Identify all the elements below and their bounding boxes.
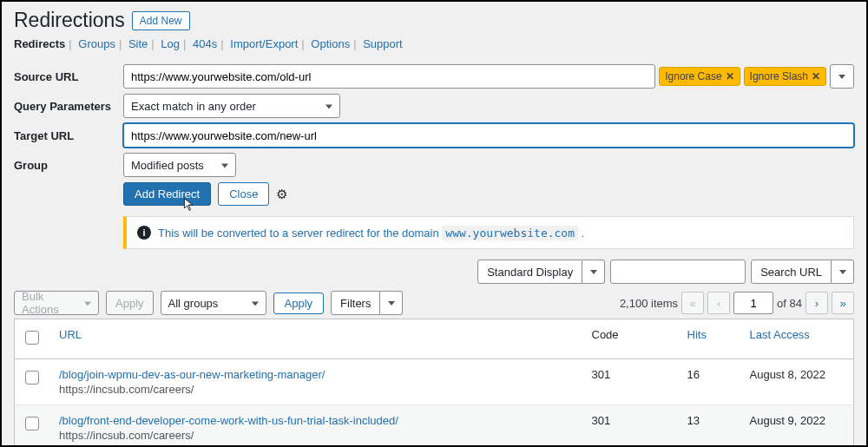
search-url-button[interactable]: Search URL: [751, 260, 832, 284]
page-first-button[interactable]: «: [681, 292, 704, 314]
row-target-url: https://incsub.com/careers/: [59, 383, 575, 396]
display-mode-chevron[interactable]: [582, 260, 605, 284]
row-last: August 9, 2022: [741, 405, 854, 448]
close-icon[interactable]: ✕: [812, 70, 820, 82]
filter-apply-button[interactable]: Apply: [273, 293, 325, 314]
source-url-input[interactable]: [123, 64, 655, 89]
source-url-label: Source URL: [14, 70, 123, 83]
col-hits[interactable]: Hits: [679, 319, 741, 359]
redirects-table: URL Code Hits Last Access /blog/join-wpm…: [14, 319, 854, 447]
flag-options-dropdown[interactable]: [830, 64, 854, 89]
col-last[interactable]: Last Access: [741, 319, 854, 359]
tab-site[interactable]: Site: [128, 37, 148, 50]
server-redirect-notice: i This will be converted to a server red…: [123, 216, 854, 249]
page-current-input[interactable]: [733, 292, 773, 314]
notice-text: This will be converted to a server redir…: [158, 227, 442, 240]
flag-ignore-case[interactable]: Ignore Case ✕: [659, 67, 740, 86]
row-source-url[interactable]: /blog/join-wpmu-dev-as-our-new-marketing…: [59, 368, 575, 381]
row-hits: 16: [679, 359, 741, 405]
tab-404s[interactable]: 404s: [193, 37, 217, 50]
add-redirect-button[interactable]: Add Redirect: [123, 182, 211, 206]
select-all-checkbox[interactable]: [25, 331, 39, 345]
row-checkbox[interactable]: [25, 417, 39, 431]
bulk-apply-button[interactable]: Apply: [106, 291, 154, 315]
query-params-select[interactable]: Exact match in any order: [123, 94, 340, 118]
select-value: All groups: [168, 297, 219, 310]
pagination: 2,100 items « ‹ of 84 › »: [620, 292, 854, 314]
row-code: 301: [583, 405, 679, 448]
tab-groups[interactable]: Groups: [78, 37, 115, 50]
target-url-label: Target URL: [14, 129, 123, 142]
page-of: of 84: [777, 297, 802, 310]
filters-button[interactable]: Filters: [331, 291, 380, 315]
notice-domain: www.yourwebsite.com: [442, 226, 578, 240]
group-filter-select[interactable]: All groups: [161, 291, 266, 315]
tab-import-export[interactable]: Import/Export: [230, 37, 298, 50]
close-button[interactable]: Close: [218, 182, 269, 206]
page-last-button[interactable]: »: [832, 292, 854, 314]
chevron-down-icon: [838, 75, 845, 79]
page-prev-button[interactable]: ‹: [707, 292, 730, 314]
col-code: Code: [583, 319, 679, 359]
filters-chevron[interactable]: [380, 291, 403, 315]
flag-label: Ignore Slash: [750, 70, 808, 82]
row-hits: 13: [679, 405, 741, 448]
chevron-down-icon: [388, 301, 395, 306]
target-url-input[interactable]: [123, 123, 854, 148]
select-value: Exact match in any order: [131, 100, 256, 113]
tab-log[interactable]: Log: [161, 37, 180, 50]
table-row: /blog/join-wpmu-dev-as-our-new-marketing…: [15, 359, 854, 405]
tab-options[interactable]: Options: [311, 37, 350, 50]
row-target-url: https://incsub.com/careers/: [59, 429, 575, 442]
add-new-button[interactable]: Add New: [132, 11, 190, 30]
group-select[interactable]: Modified posts: [123, 153, 236, 177]
chevron-down-icon: [839, 270, 846, 274]
select-value: Bulk Actions: [22, 290, 77, 316]
notice-text-after: .: [582, 227, 585, 240]
row-source-url[interactable]: /blog/front-end-developer-come-work-with…: [59, 414, 575, 427]
row-last: August 8, 2022: [741, 359, 854, 405]
col-url[interactable]: URL: [50, 319, 583, 359]
select-value: Modified posts: [131, 159, 204, 172]
chevron-down-icon: [590, 270, 597, 274]
bulk-actions-select[interactable]: Bulk Actions: [14, 291, 99, 315]
row-code: 301: [583, 359, 679, 405]
search-input[interactable]: [610, 260, 746, 284]
flag-ignore-slash[interactable]: Ignore Slash ✕: [744, 67, 826, 86]
query-params-label: Query Parameters: [14, 100, 123, 113]
close-icon[interactable]: ✕: [726, 70, 734, 82]
display-mode-select[interactable]: Standard Display: [477, 260, 582, 284]
tabs: Redirects| Groups| Site| Log| 404s| Impo…: [14, 37, 854, 50]
flag-label: Ignore Case: [665, 70, 721, 82]
page-next-button[interactable]: ›: [806, 292, 828, 314]
total-items: 2,100 items: [620, 297, 678, 310]
tab-redirects[interactable]: Redirects: [14, 37, 65, 50]
search-type-chevron[interactable]: [832, 260, 854, 284]
group-label: Group: [14, 159, 123, 172]
tab-support[interactable]: Support: [363, 37, 403, 50]
page-title: Redirections: [14, 9, 125, 32]
row-checkbox[interactable]: [25, 371, 39, 385]
table-row: /blog/front-end-developer-come-work-with…: [15, 405, 854, 448]
info-icon: i: [137, 226, 151, 240]
gear-icon[interactable]: ⚙: [276, 187, 287, 202]
